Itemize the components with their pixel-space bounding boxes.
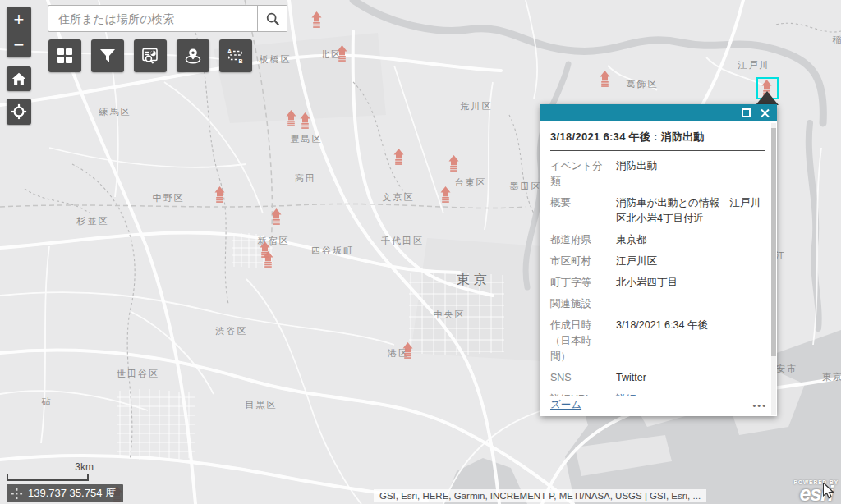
- fire-event-marker[interactable]: [286, 110, 296, 126]
- zoom-to-link[interactable]: ズーム: [550, 398, 581, 412]
- near-me-button[interactable]: [177, 39, 209, 72]
- zoom-out-button[interactable]: −: [7, 32, 31, 57]
- fire-event-marker[interactable]: [448, 155, 459, 172]
- maximize-icon[interactable]: [742, 108, 751, 117]
- field-value: 北小岩四丁目: [616, 275, 765, 291]
- field-value: 江戸川区: [616, 254, 765, 269]
- report-query-icon: [141, 47, 159, 65]
- popup-scrollbar-thumb[interactable]: [771, 128, 776, 356]
- coordinate-widget[interactable]: 139.737 35.754 度: [7, 484, 123, 502]
- scale-label: 3km: [75, 461, 94, 473]
- directions-ab-icon: AB: [226, 47, 246, 65]
- field-label: 市区町村: [550, 254, 608, 269]
- field-value: [616, 296, 765, 312]
- fire-event-marker[interactable]: [402, 342, 413, 359]
- widget-toolbar: AB: [48, 39, 252, 72]
- field-label: 作成日時（日本時間）: [550, 318, 608, 364]
- field-value: 東京都: [616, 232, 765, 248]
- fire-event-marker[interactable]: [214, 186, 225, 203]
- basemap-gallery-button[interactable]: [48, 39, 81, 72]
- map-attribution: GSI, Esri, HERE, Garmin, INCREMENT P, ME…: [374, 489, 706, 502]
- popup-body: 3/18/2021 6:34 午後 : 消防出動 イベント分類消防出動概要消防車…: [540, 121, 777, 396]
- zoom-in-button[interactable]: +: [7, 7, 31, 32]
- field-value: Twitter: [616, 370, 765, 386]
- report-query-button[interactable]: [134, 39, 167, 72]
- near-me-icon: [184, 47, 202, 65]
- locate-button[interactable]: [7, 99, 31, 125]
- field-value: 3/18/2021 6:34 午後: [616, 318, 765, 364]
- fire-event-marker[interactable]: [600, 71, 610, 87]
- scale-bar: 3km: [7, 474, 89, 481]
- filter-button[interactable]: [91, 39, 124, 72]
- svg-text:B: B: [239, 58, 243, 64]
- filter-icon: [99, 47, 117, 65]
- search-input[interactable]: [48, 6, 257, 31]
- fire-event-marker[interactable]: [440, 186, 451, 203]
- search-icon: [265, 11, 280, 26]
- attribute-table: イベント分類消防出動概要消防車が出動との情報 江戸川区北小岩4丁目付近都道府県東…: [550, 158, 765, 396]
- field-label: SNS: [550, 370, 608, 386]
- home-button[interactable]: [7, 66, 31, 91]
- more-actions-button[interactable]: •••: [752, 401, 767, 410]
- popup-footer: ズーム •••: [550, 398, 767, 412]
- feature-popup: 3/18/2021 6:34 午後 : 消防出動 イベント分類消防出動概要消防車…: [540, 104, 777, 416]
- directions-button[interactable]: AB: [219, 39, 252, 72]
- map-application: 板橋区北区荒川区葛飾区江戸川稲練馬区豊島区高田台東区墨田区中野区文京区杉並区新宿…: [0, 0, 841, 504]
- close-icon[interactable]: [761, 108, 770, 117]
- field-label: イベント分類: [550, 158, 608, 190]
- field-label: 都道府県: [550, 232, 608, 248]
- search-box: [48, 5, 287, 32]
- field-label: 概要: [550, 195, 608, 227]
- field-value: 消防出動: [616, 158, 765, 190]
- crosshair-icon: [11, 488, 23, 500]
- popup-scrollbar[interactable]: [771, 123, 776, 415]
- fire-event-marker[interactable]: [263, 251, 273, 268]
- field-label: 町丁字等: [550, 275, 608, 291]
- popup-title: 3/18/2021 6:34 午後 : 消防出動: [550, 128, 765, 151]
- zoom-control: + −: [7, 7, 31, 57]
- field-label: 詳細URL: [550, 392, 608, 396]
- fire-event-marker[interactable]: [311, 11, 322, 28]
- mouse-cursor: [823, 483, 834, 499]
- home-icon: [11, 71, 27, 87]
- field-value: 詳細: [616, 392, 765, 396]
- popup-pointer: [756, 91, 779, 105]
- basemap-grid-icon: [56, 47, 74, 65]
- popup-title-bar: [540, 104, 777, 121]
- search-button[interactable]: [257, 6, 287, 31]
- fire-event-marker[interactable]: [337, 45, 347, 62]
- svg-text:A: A: [227, 48, 232, 54]
- fire-event-marker[interactable]: [300, 112, 310, 129]
- coordinate-readout: 139.737 35.754 度: [28, 486, 116, 501]
- locate-icon: [11, 103, 27, 120]
- field-value: 消防車が出動との情報 江戸川区北小岩4丁目付近: [616, 195, 765, 227]
- fire-event-marker[interactable]: [271, 208, 282, 225]
- field-label: 関連施設: [550, 296, 608, 312]
- fire-event-marker[interactable]: [393, 149, 404, 165]
- detail-url-link[interactable]: 詳細: [616, 393, 636, 396]
